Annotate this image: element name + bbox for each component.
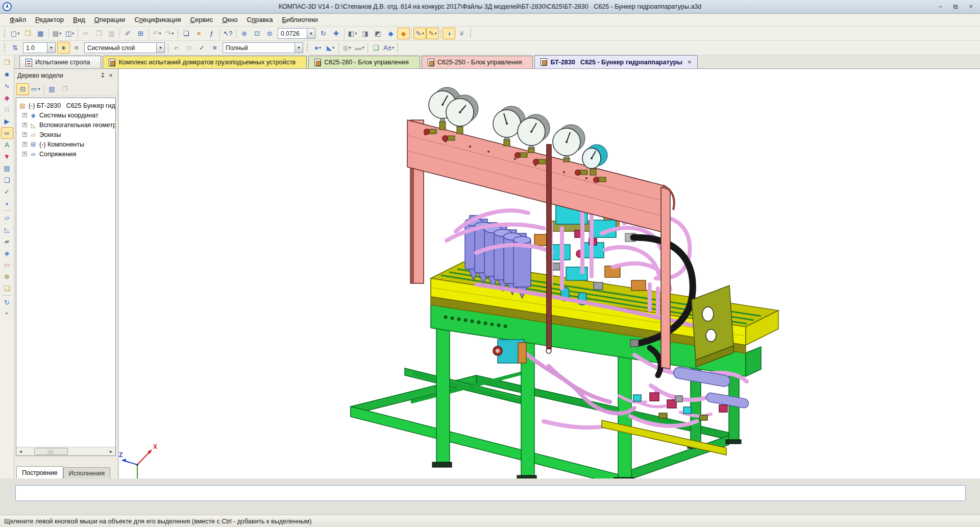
detail-list[interactable]: ≡ <box>208 42 221 54</box>
close-button[interactable]: × <box>965 2 977 11</box>
round-stamp[interactable]: ⊕ <box>1 271 13 282</box>
copy-properties[interactable]: ✐ <box>121 28 134 39</box>
plane-through[interactable]: ▰ <box>1 235 13 247</box>
edit-part[interactable]: ❒ <box>1 57 13 68</box>
stamp-insert[interactable]: ⊙ <box>183 42 195 54</box>
primitives[interactable]: ■ <box>1 68 13 80</box>
scrollbar-thumb[interactable] <box>34 448 68 455</box>
minimize-button[interactable]: − <box>934 2 946 11</box>
tree-item-root[interactable]: ▤ (-) БТ-2830 С625 Бункер гидроаппаратур… <box>16 101 115 110</box>
orientation-front[interactable]: ◨ <box>359 28 372 39</box>
undo[interactable]: ↶ <box>151 28 163 39</box>
expander-icon[interactable]: + <box>22 152 27 156</box>
surfaces[interactable]: ▶ <box>1 115 13 127</box>
functions-fx[interactable]: ƒ <box>205 28 218 39</box>
points-array[interactable]: ∷ <box>1 104 13 115</box>
property-bar[interactable] <box>15 485 966 501</box>
spline[interactable]: ∿ <box>1 80 13 92</box>
layers[interactable]: ≡ <box>70 42 83 54</box>
tree-item-coordinate-systems[interactable]: + ◈ Системы координат <box>16 110 115 120</box>
open[interactable]: ❒ <box>21 28 34 39</box>
tab-ispolneniya[interactable]: Исполнения <box>63 467 110 478</box>
tree-item-auxiliary-geometry[interactable]: + ◺ Вспомогательная геометрия <box>16 120 115 130</box>
reorient[interactable]: ↻ <box>1 297 13 308</box>
pin-icon[interactable]: ↧ <box>99 71 107 80</box>
print-preview[interactable]: ◫ <box>63 28 76 39</box>
extrude[interactable]: ◆ <box>1 92 13 104</box>
tree-copy[interactable]: ❐ <box>58 83 71 95</box>
scroll-right-icon[interactable]: ► <box>107 447 115 456</box>
shading-mode[interactable]: ● <box>311 42 324 54</box>
menu-libraries[interactable]: Библиотеки <box>277 14 322 26</box>
expander-icon[interactable]: + <box>22 132 27 137</box>
close-icon[interactable]: × <box>107 71 115 80</box>
zoom-scale-combo[interactable]: 0.0726 <box>278 28 315 39</box>
tree-relations[interactable]: ▤ <box>45 83 58 95</box>
viewport-3d[interactable]: X Z Y <box>119 69 980 478</box>
detail-level-combo[interactable]: Полный <box>223 42 303 53</box>
tree-item-sketches[interactable]: + ▱ Эскизы <box>16 130 115 139</box>
menu-file[interactable]: Файл <box>5 14 31 26</box>
zoom-by-frame[interactable]: ⊡ <box>251 28 263 39</box>
context-help[interactable]: ↖? <box>222 28 234 39</box>
local-frame[interactable]: ⌐ <box>170 42 183 54</box>
section-display[interactable]: ◑ <box>443 28 455 39</box>
dimensions-3d[interactable]: ❑ <box>370 42 382 54</box>
macro-element[interactable]: ❏ <box>1 282 13 294</box>
tree-item-components[interactable]: + ⊞ (-) Компоненты <box>16 139 115 149</box>
display-shaded[interactable]: ◆ <box>384 28 397 39</box>
zoom-by-pointer[interactable]: ⊕ <box>238 28 251 39</box>
tree-item-mates[interactable]: + ∞ Сопряжения <box>16 149 115 159</box>
menu-service[interactable]: Сервис <box>186 14 218 26</box>
tab-close-icon[interactable]: × <box>688 58 692 66</box>
snap-points[interactable]: ∗ <box>57 42 70 54</box>
flatten-sheet[interactable]: ▬ <box>353 42 366 54</box>
copy[interactable]: ❐ <box>92 28 105 39</box>
verify[interactable]: ✓ <box>1 186 13 198</box>
scrollbar-track[interactable] <box>25 447 107 456</box>
quick-line-style[interactable]: ✎ <box>413 28 426 39</box>
mates[interactable]: ∞ <box>1 127 13 139</box>
compact-panel-handle[interactable]: ⫸ <box>6 310 8 316</box>
tab-kompleks-ispytaniy[interactable]: Комплекс испытаний домкратов грузоподъем… <box>103 56 307 68</box>
section-frame[interactable]: # <box>455 28 468 39</box>
pan[interactable]: ✚ <box>330 28 342 39</box>
refresh-image[interactable]: ↻ <box>317 28 330 39</box>
tree-horizontal-scrollbar[interactable]: ◄ ► <box>16 447 115 456</box>
zoom-in-out[interactable]: ⊜ <box>263 28 276 39</box>
new-document[interactable]: ▢ <box>9 28 21 39</box>
wedge-section[interactable]: ◣ <box>324 42 337 54</box>
menu-specification[interactable]: Спецификация <box>130 14 185 26</box>
expander-icon[interactable]: + <box>22 142 27 147</box>
cut[interactable]: ✂ <box>80 28 92 39</box>
orientation-iso[interactable]: ◩ <box>372 28 384 39</box>
plane-offset[interactable]: ▱ <box>1 212 13 224</box>
measure[interactable]: A <box>1 139 13 151</box>
tolerance-dimensions[interactable]: A± <box>382 42 395 54</box>
step-snap[interactable]: ⇅ <box>9 42 21 54</box>
expander-icon[interactable]: + <box>22 113 27 117</box>
scroll-left-icon[interactable]: ◄ <box>16 447 25 456</box>
restore-button[interactable]: ⧉ <box>949 2 962 11</box>
filter[interactable]: ▼ <box>1 151 13 162</box>
menu-window[interactable]: Окно <box>217 14 242 26</box>
step-dropdown[interactable] <box>47 43 55 53</box>
specification[interactable]: ▤ <box>1 162 13 174</box>
expander-icon[interactable]: + <box>22 123 27 127</box>
tree-composition[interactable]: ≔ <box>29 83 42 95</box>
variables[interactable]: ≡ <box>192 28 205 39</box>
quick-surface-style[interactable]: ✎ <box>426 28 439 39</box>
tab-s625-280[interactable]: С625-280 - Блок управления <box>308 56 420 68</box>
paste[interactable]: ▥ <box>105 28 118 39</box>
solid-body[interactable]: ◖ <box>1 198 13 209</box>
tab-s625-250[interactable]: С625-250 - Блок управления <box>422 56 533 68</box>
display-shaded-edges[interactable]: ◆ <box>397 28 410 39</box>
redo[interactable]: ↷ <box>163 28 176 39</box>
spreadsheet[interactable]: ⊞ <box>134 28 147 39</box>
layer-combo[interactable]: Системный слой <box>84 42 165 53</box>
load-application[interactable]: ❏ <box>180 28 192 39</box>
zoom-scale-dropdown[interactable] <box>307 29 315 38</box>
tab-bt2830-bunker[interactable]: БТ-2830 С625 - Бункер гидроаппаратуры × <box>534 55 697 68</box>
detail-level-dropdown[interactable] <box>295 43 303 53</box>
tree-structure[interactable]: ⊟ <box>16 83 29 95</box>
